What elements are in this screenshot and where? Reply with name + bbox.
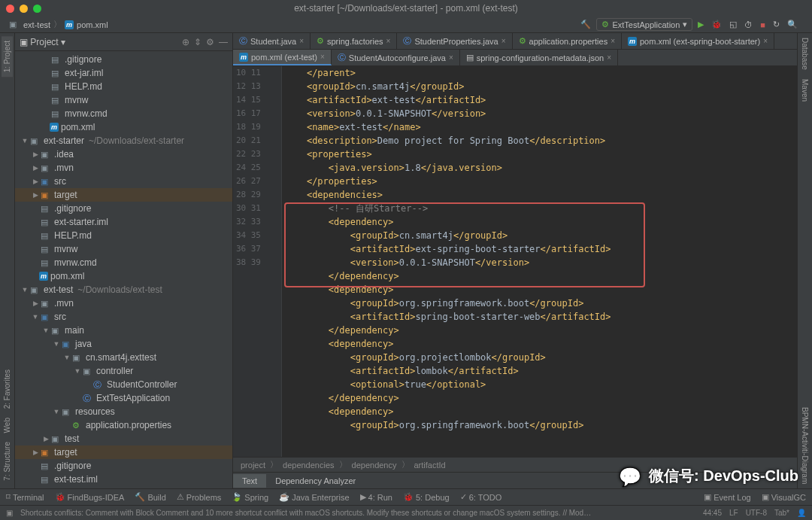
close-tab-icon: ×: [320, 53, 325, 61]
status-icon[interactable]: ▣: [6, 509, 13, 517]
tree-item[interactable]: ⒸExtTestApplication: [15, 391, 232, 405]
bottom-tool[interactable]: ☕Java Enterprise: [279, 492, 349, 502]
bottom-tool[interactable]: 🐞5: Debug: [403, 492, 450, 502]
breadcrumb-segment[interactable]: dependency: [352, 461, 397, 470]
tool-project[interactable]: 1: Project: [2, 36, 13, 77]
tree-item[interactable]: ▤mvnw.cmd: [15, 256, 232, 269]
collapse-icon[interactable]: ⇕: [194, 37, 201, 47]
indent[interactable]: Tab*: [774, 509, 789, 517]
bottom-tool[interactable]: ⚠Problems: [177, 492, 221, 502]
line-gutter[interactable]: 10 11 12 13 14 15 16 17 18 19 20 21 22 2…: [233, 66, 267, 457]
tree-item[interactable]: ▤mvnw.cmd: [15, 107, 232, 120]
tool-database[interactable]: Database: [799, 33, 810, 75]
inspector-icon[interactable]: 👤: [797, 509, 806, 517]
tree-item[interactable]: ▤ext-starter.iml: [15, 215, 232, 229]
close-tab-icon: ×: [449, 53, 453, 62]
mode-tab[interactable]: Dependency Analyzer: [266, 474, 365, 488]
update-button[interactable]: ↻: [771, 20, 782, 29]
bottom-tool[interactable]: ▣VisualGC: [762, 492, 806, 502]
tree-item[interactable]: ▤HELP.md: [15, 80, 232, 93]
tree-item[interactable]: ▤mvnw: [15, 242, 232, 256]
editor-tab[interactable]: ▤spring-configuration-metadata.json×: [460, 50, 618, 65]
cursor-position[interactable]: 44:45: [703, 509, 722, 517]
line-separator[interactable]: LF: [729, 509, 738, 517]
breadcrumb-segment[interactable]: project: [241, 461, 265, 470]
search-icon[interactable]: 🔍: [785, 20, 800, 29]
stop-button[interactable]: ■: [758, 20, 768, 29]
breadcrumb-segment[interactable]: artifactId: [414, 461, 446, 470]
tree-item[interactable]: ▼▣main: [15, 324, 232, 337]
tree-item[interactable]: ▼▣ext-test~/Downloads/ext-test: [15, 283, 232, 296]
tree-item[interactable]: ▼▣controller: [15, 364, 232, 378]
breadcrumb-root[interactable]: ▣ext-test: [8, 20, 50, 29]
navigation-bar: ▣ext-test 〉 mpom.xml 🔨 ⚙ExtTestApplicati…: [0, 17, 812, 33]
tool-favorites[interactable]: 2: Favorites: [2, 365, 13, 413]
bottom-tool[interactable]: ⌑Terminal: [6, 492, 44, 502]
tool-web[interactable]: Web: [2, 413, 13, 437]
bottom-tool[interactable]: ✓6: TODO: [460, 492, 502, 502]
encoding[interactable]: UTF-8: [746, 509, 767, 517]
minimize-icon[interactable]: [20, 5, 28, 13]
tree-item[interactable]: ▼▣ext-starter~/Downloads/ext-starter: [15, 134, 232, 147]
tree-item[interactable]: ▶▣target: [15, 188, 232, 202]
tree-item[interactable]: mpom.xml: [15, 120, 232, 134]
tool-bpmn[interactable]: BPMN-Activiti-Diagram: [799, 403, 810, 488]
tree-item[interactable]: ▤ext-test.iml: [15, 473, 232, 486]
code-area[interactable]: </parent> <groupId>cn.smart4j</groupId> …: [282, 66, 797, 457]
tree-item[interactable]: ▶▣test: [15, 432, 232, 445]
tree-item[interactable]: ▤ext-jar.iml: [15, 66, 232, 80]
window-controls: [6, 5, 41, 13]
locate-icon[interactable]: ⊕: [182, 37, 189, 47]
editor-tab[interactable]: mpom.xml (ext-test)×: [233, 50, 332, 65]
tree-item[interactable]: ▤.gitignore: [15, 202, 232, 215]
tree-item[interactable]: ▶▣.mvn: [15, 161, 232, 175]
editor-tab[interactable]: ⒸStudentAutoconfigure.java×: [332, 50, 460, 65]
tree-item[interactable]: ▤HELP.md: [15, 229, 232, 242]
tree-item[interactable]: ▼▣java: [15, 337, 232, 351]
bottom-tool[interactable]: ▣Event Log: [704, 492, 751, 502]
status-message: Shortcuts conflicts: Comment with Block …: [20, 508, 592, 518]
debug-button[interactable]: 🐞: [709, 20, 724, 29]
tree-item[interactable]: ▤.gitignore: [15, 459, 232, 473]
tool-structure[interactable]: 7: Structure: [2, 437, 13, 485]
coverage-button[interactable]: ◱: [727, 20, 739, 29]
bottom-tool[interactable]: ▶4: Run: [360, 492, 392, 502]
tree-item[interactable]: ▶▣.idea: [15, 147, 232, 161]
bottom-tool[interactable]: 🍃Spring: [232, 492, 268, 502]
bottom-tool[interactable]: 🐞FindBugs-IDEA: [55, 492, 125, 502]
maximize-icon[interactable]: [33, 5, 41, 13]
editor-tabs-row2: mpom.xml (ext-test)×ⒸStudentAutoconfigur…: [233, 50, 797, 66]
editor-tab[interactable]: ⒸStudent.java×: [233, 33, 311, 49]
tree-item[interactable]: ▼▣cn.smart4j.exttest: [15, 351, 232, 364]
profile-button[interactable]: ⏱: [742, 20, 755, 29]
editor-tab[interactable]: ⚙spring.factories×: [311, 33, 397, 49]
tree-item[interactable]: ▤.gitignore: [15, 53, 232, 66]
bottom-tool[interactable]: 🔨Build: [135, 492, 165, 502]
tree-item[interactable]: ▼▣resources: [15, 405, 232, 418]
editor-tab[interactable]: ⒸStudentProperties.java×: [397, 33, 512, 49]
gear-icon[interactable]: ⚙: [206, 37, 214, 47]
tree-item[interactable]: ⒸStudentController: [15, 378, 232, 391]
tree-item[interactable]: ⚙application.properties: [15, 418, 232, 432]
project-panel: ▣ Project ▾ ⊕ ⇕ ⚙ — ▤.gitignore▤ext-jar.…: [15, 33, 233, 488]
close-icon[interactable]: [6, 5, 14, 13]
project-tree[interactable]: ▤.gitignore▤ext-jar.iml▤HELP.md▤mvnw▤mvn…: [15, 51, 232, 488]
editor-tab[interactable]: mpom.xml (ext-spring-boot-starter)×: [622, 33, 774, 49]
tree-item[interactable]: ▶▣target: [15, 445, 232, 459]
tree-item[interactable]: ▶▣src: [15, 175, 232, 188]
editor-tab[interactable]: ⚙application.properties×: [513, 33, 622, 49]
run-button[interactable]: ▶: [695, 20, 706, 29]
project-view-selector[interactable]: ▣ Project ▾: [20, 37, 65, 47]
breadcrumb-segment[interactable]: dependencies: [283, 461, 335, 470]
mode-tab[interactable]: Text: [233, 474, 266, 488]
tree-item[interactable]: ▤mvnw: [15, 93, 232, 107]
hide-icon[interactable]: —: [219, 37, 228, 47]
close-tab-icon: ×: [611, 37, 615, 45]
tree-item[interactable]: ▼▣src: [15, 310, 232, 324]
tool-maven[interactable]: Maven: [799, 75, 810, 106]
tree-item[interactable]: mpom.xml: [15, 269, 232, 283]
run-config-selector[interactable]: ⚙ExtTestApplication▾: [596, 18, 692, 31]
breadcrumb-file[interactable]: mpom.xml: [65, 20, 108, 29]
hammer-icon[interactable]: 🔨: [578, 20, 593, 29]
tree-item[interactable]: ▶▣.mvn: [15, 296, 232, 310]
